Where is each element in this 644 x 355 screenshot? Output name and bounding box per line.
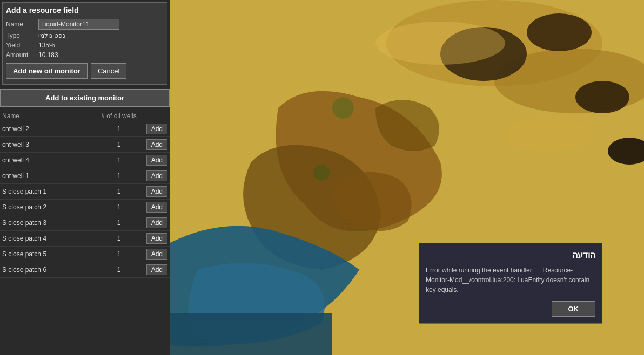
table-row: cnt well 21Add	[0, 121, 170, 137]
svg-rect-7	[170, 313, 332, 355]
table-row: S close patch 31Add	[0, 215, 170, 231]
row-wells-count: 1	[97, 203, 140, 211]
amount-row: Amount 10.183	[6, 51, 164, 59]
row-action: Add	[140, 139, 167, 150]
yield-label: Yield	[6, 42, 38, 49]
panel-title: Add a resource field	[6, 6, 164, 15]
add-row-8-button[interactable]: Add	[146, 249, 167, 260]
amount-value: 10.183	[38, 51, 58, 59]
row-wells-count: 1	[97, 219, 140, 227]
table-body: cnt well 21Addcnt well 31Addcnt well 41A…	[0, 121, 170, 278]
row-action: Add	[140, 170, 167, 181]
row-name: cnt well 4	[2, 156, 97, 164]
cancel-button[interactable]: Cancel	[91, 63, 126, 79]
add-to-existing-button[interactable]: Add to existing monitor	[0, 89, 170, 107]
row-name: cnt well 2	[2, 125, 97, 133]
row-wells-count: 1	[97, 172, 140, 180]
table-row: S close patch 51Add	[0, 247, 170, 262]
name-input[interactable]	[38, 19, 119, 30]
row-action: Add	[140, 233, 167, 244]
table-row: cnt well 31Add	[0, 137, 170, 153]
row-name: S close patch 2	[2, 203, 97, 211]
svg-point-10	[375, 22, 505, 65]
row-wells-count: 1	[97, 235, 140, 242]
svg-point-11	[505, 119, 592, 151]
row-wells-count: 1	[97, 188, 140, 195]
row-name: cnt well 3	[2, 141, 97, 148]
col-name-header: Name	[2, 112, 97, 120]
table-row: cnt well 11Add	[0, 168, 170, 184]
row-action: Add	[140, 264, 167, 275]
row-name: cnt well 1	[2, 172, 97, 180]
svg-point-4	[527, 13, 592, 51]
row-wells-count: 1	[97, 156, 140, 164]
table-row: S close patch 41Add	[0, 231, 170, 247]
add-new-monitor-button[interactable]: Add new oil monitor	[6, 63, 88, 79]
col-wells-header: # of oil wells	[97, 112, 140, 120]
svg-point-8	[332, 97, 354, 119]
error-dialog: הודעה Error while running the event hand…	[419, 243, 602, 324]
left-panel: Add a resource field Name Type נפט גולמי…	[0, 0, 170, 355]
type-value: נפט גולמי	[38, 32, 65, 39]
row-name: S close patch 6	[2, 266, 97, 274]
add-row-3-button[interactable]: Add	[146, 170, 167, 181]
svg-point-9	[313, 165, 330, 181]
add-row-7-button[interactable]: Add	[146, 233, 167, 244]
wells-table: Name # of oil wells cnt well 21Addcnt we…	[0, 111, 170, 278]
type-label: Type	[6, 32, 38, 39]
name-row: Name	[6, 19, 164, 30]
dialog-title: הודעה	[426, 250, 595, 260]
name-label: Name	[6, 21, 38, 28]
add-row-2-button[interactable]: Add	[146, 155, 167, 166]
row-name: S close patch 3	[2, 219, 97, 227]
add-row-6-button[interactable]: Add	[146, 217, 167, 228]
add-row-0-button[interactable]: Add	[146, 124, 167, 134]
amount-label: Amount	[6, 51, 38, 59]
col-action-header	[140, 112, 167, 120]
row-wells-count: 1	[97, 250, 140, 258]
yield-row: Yield 135%	[6, 42, 164, 49]
row-name: S close patch 1	[2, 188, 97, 195]
row-action: Add	[140, 155, 167, 166]
add-resource-section: Add a resource field Name Type נפט גולמי…	[2, 2, 167, 85]
table-row: S close patch 21Add	[0, 200, 170, 215]
row-action: Add	[140, 186, 167, 197]
row-action: Add	[140, 202, 167, 213]
add-row-9-button[interactable]: Add	[146, 264, 167, 275]
dialog-message: Error while running the event handler: _…	[426, 265, 595, 295]
row-name: S close patch 4	[2, 235, 97, 242]
main-buttons: Add new oil monitor Cancel	[6, 63, 164, 79]
add-row-1-button[interactable]: Add	[146, 139, 167, 150]
table-row: S close patch 11Add	[0, 184, 170, 200]
row-wells-count: 1	[97, 141, 140, 148]
table-header: Name # of oil wells	[0, 111, 170, 121]
dialog-ok-button[interactable]: OK	[552, 301, 596, 317]
svg-point-5	[575, 81, 629, 113]
table-row: S close patch 61Add	[0, 262, 170, 278]
type-row: Type נפט גולמי	[6, 32, 164, 39]
add-row-5-button[interactable]: Add	[146, 202, 167, 213]
yield-value: 135%	[38, 42, 55, 49]
table-row: cnt well 41Add	[0, 153, 170, 168]
row-action: Add	[140, 124, 167, 134]
row-action: Add	[140, 217, 167, 228]
row-wells-count: 1	[97, 266, 140, 274]
row-name: S close patch 5	[2, 250, 97, 258]
row-wells-count: 1	[97, 125, 140, 133]
add-row-4-button[interactable]: Add	[146, 186, 167, 197]
row-action: Add	[140, 249, 167, 260]
